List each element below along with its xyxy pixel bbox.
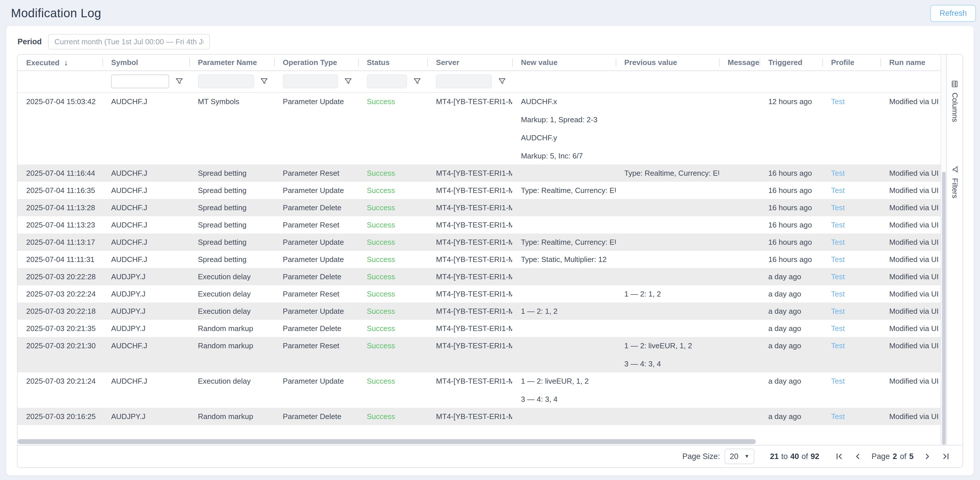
filter-input-parameter_name[interactable] [198, 75, 254, 88]
column-header-messages[interactable]: Messages [719, 55, 760, 71]
total-pages: 5 [909, 452, 913, 461]
tab-columns[interactable]: Columns [950, 80, 959, 122]
profile-link[interactable]: Test [831, 203, 845, 212]
column-header-parameter_name[interactable]: Parameter Name [189, 55, 274, 71]
first-page-icon [835, 452, 844, 461]
table-row[interactable]: 2025-07-03 20:16:25AUDJPY.JRandom markup… [18, 408, 940, 425]
cell-status: Success [358, 372, 428, 408]
column-label: Server [436, 58, 459, 67]
horizontal-scrollbar-thumb[interactable] [18, 439, 756, 444]
cell-profile: Test [822, 199, 880, 216]
filter-funnel-icon[interactable] [344, 77, 352, 86]
vertical-scrollbar[interactable] [940, 55, 947, 445]
cell-previous_value [616, 268, 719, 285]
column-header-run_name[interactable]: Run name [880, 55, 940, 71]
table-row[interactable]: 2025-07-03 20:21:30AUDCHF.JRandom markup… [18, 337, 940, 372]
status-badge: Success [367, 203, 395, 212]
status-badge: Success [367, 289, 395, 298]
cell-triggered: a day ago [760, 302, 822, 320]
tab-filters[interactable]: Filters [950, 165, 959, 199]
profile-link[interactable]: Test [831, 324, 845, 333]
column-header-previous_value[interactable]: Previous value [616, 55, 719, 71]
cell-executed: 2025-07-04 11:16:35 [18, 182, 102, 199]
filter-cell-executed [18, 71, 102, 92]
filter-input-server[interactable] [436, 75, 492, 88]
profile-link[interactable]: Test [831, 169, 845, 178]
filter-funnel-icon[interactable] [175, 77, 184, 86]
cell-run_name: Modified via UI [880, 199, 940, 216]
column-header-status[interactable]: Status [358, 55, 428, 71]
filter-input-status[interactable] [367, 75, 407, 88]
column-header-server[interactable]: Server [427, 55, 512, 71]
profile-link[interactable]: Test [831, 238, 845, 246]
table-row[interactable]: 2025-07-03 20:21:35AUDJPY.JRandom markup… [18, 320, 940, 337]
cell-triggered: 16 hours ago [760, 251, 822, 268]
cell-operation_type: Parameter Update [274, 92, 358, 165]
refresh-button[interactable]: Refresh [930, 5, 976, 22]
filter-input-symbol[interactable] [111, 75, 169, 88]
value-line: 1 — 2: liveEUR, 1, 2 [521, 377, 612, 394]
next-page-button[interactable] [923, 452, 932, 461]
table-row[interactable]: 2025-07-03 20:21:24AUDCHF.JExecution del… [18, 372, 940, 408]
column-header-operation_type[interactable]: Operation Type [274, 55, 358, 71]
cell-symbol: AUDJPY.J [102, 408, 189, 425]
table-row[interactable]: 2025-07-04 11:16:44AUDCHF.JSpread bettin… [18, 165, 940, 182]
profile-link[interactable]: Test [831, 412, 845, 421]
profile-link[interactable]: Test [831, 272, 845, 281]
cell-previous_value [616, 92, 719, 165]
cell-symbol: AUDJPY.J [102, 320, 189, 337]
profile-link[interactable]: Test [831, 342, 845, 350]
filter-cell-symbol [102, 71, 189, 92]
column-header-symbol[interactable]: Symbol [102, 55, 189, 71]
table-row[interactable]: 2025-07-04 11:13:28AUDCHF.JSpread bettin… [18, 199, 940, 216]
column-header-executed[interactable]: Executed↓ [18, 55, 102, 71]
cell-symbol: AUDCHF.J [102, 251, 189, 268]
period-input[interactable] [48, 34, 210, 49]
table-row[interactable]: 2025-07-04 11:13:23AUDCHF.JSpread bettin… [18, 216, 940, 234]
horizontal-scrollbar[interactable] [18, 439, 940, 445]
tab-filters-label: Filters [950, 178, 959, 199]
cell-executed: 2025-07-03 20:16:25 [18, 408, 102, 425]
profile-link[interactable]: Test [831, 221, 845, 229]
profile-link[interactable]: Test [831, 186, 845, 195]
profile-link[interactable]: Test [831, 255, 845, 264]
cell-status: Success [358, 268, 428, 285]
cell-new_value [512, 216, 616, 234]
column-label: Triggered [768, 58, 802, 67]
column-header-new_value[interactable]: New value [512, 55, 616, 71]
results-summary: 21 to 40 of 92 [770, 452, 819, 461]
cell-messages [719, 320, 760, 337]
table-row[interactable]: 2025-07-03 20:22:18AUDJPY.JExecution del… [18, 302, 940, 320]
profile-link[interactable]: Test [831, 289, 845, 298]
table-row[interactable]: 2025-07-04 15:03:42AUDCHF.JMT SymbolsPar… [18, 92, 940, 165]
cell-previous_value [616, 372, 719, 408]
table-row[interactable]: 2025-07-04 11:11:31AUDCHF.JSpread bettin… [18, 251, 940, 268]
last-page-button[interactable] [941, 452, 950, 461]
cell-run_name: Modified via UI [880, 337, 940, 372]
table-row[interactable]: 2025-07-04 11:13:17AUDCHF.JSpread bettin… [18, 234, 940, 251]
column-label: Previous value [624, 58, 677, 67]
profile-link[interactable]: Test [831, 377, 845, 385]
profile-link[interactable]: Test [831, 307, 845, 315]
table-row[interactable]: 2025-07-03 20:22:24AUDJPY.JExecution del… [18, 285, 940, 302]
first-page-button[interactable] [835, 452, 844, 461]
cell-executed: 2025-07-04 11:13:23 [18, 216, 102, 234]
filter-funnel-icon[interactable] [413, 77, 422, 86]
filter-funnel-icon[interactable] [260, 77, 269, 86]
vertical-scrollbar-thumb[interactable] [942, 172, 946, 445]
page-size-select[interactable]: 20 ▼ [724, 449, 754, 464]
profile-link[interactable]: Test [831, 97, 845, 106]
previous-page-button[interactable] [853, 452, 862, 461]
column-header-triggered[interactable]: Triggered [760, 55, 822, 71]
table-row[interactable]: 2025-07-03 20:22:28AUDJPY.JExecution del… [18, 268, 940, 285]
cell-status: Success [358, 199, 428, 216]
cell-triggered: 16 hours ago [760, 165, 822, 182]
cell-run_name: Modified via UI [880, 216, 940, 234]
column-header-profile[interactable]: Profile [822, 55, 880, 71]
filter-funnel-icon[interactable] [498, 77, 506, 86]
table-row[interactable]: 2025-07-04 11:16:35AUDCHF.JSpread bettin… [18, 182, 940, 199]
content-card: Period Executed↓SymbolParameter NameOper… [6, 26, 974, 475]
filter-input-operation_type[interactable] [283, 75, 338, 88]
cell-status: Success [358, 92, 428, 165]
cell-server: MT4-[YB-TEST-ERI1-MT4... [427, 285, 512, 302]
